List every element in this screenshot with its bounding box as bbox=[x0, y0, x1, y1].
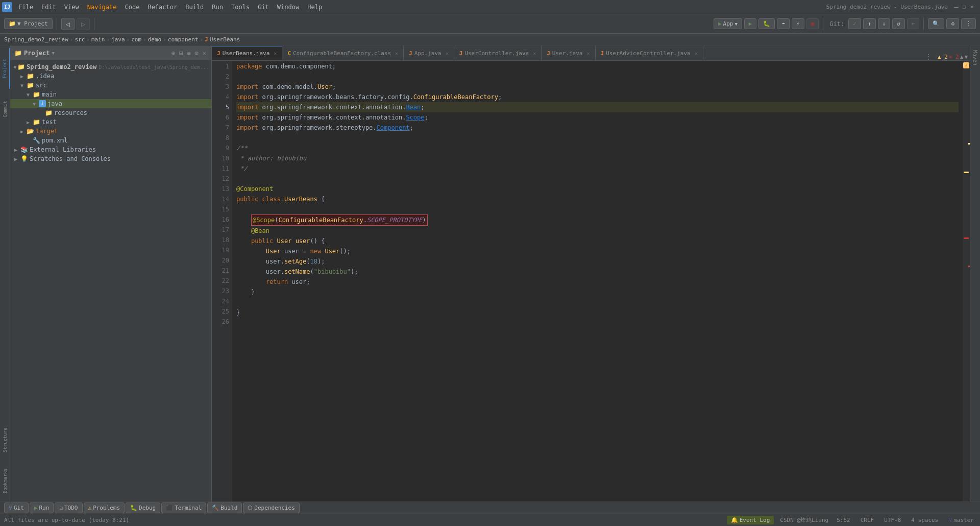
tree-item-resources[interactable]: 📁 resources bbox=[10, 108, 211, 117]
tab-userbeans[interactable]: J UserBeans.java ✕ bbox=[212, 46, 282, 60]
run-icon: ▶ bbox=[34, 505, 38, 511]
tree-item-pom[interactable]: 🔧 pom.xml bbox=[10, 136, 211, 145]
project-settings-btn[interactable]: ⚙ bbox=[194, 49, 200, 58]
breadcrumb-main[interactable]: main bbox=[91, 36, 105, 43]
status-time[interactable]: 5:52 bbox=[835, 516, 852, 524]
tab-close-userbeans[interactable]: ✕ bbox=[274, 51, 277, 56]
stripe-warning-1 bbox=[964, 172, 969, 173]
minimize-button[interactable]: ─ bbox=[954, 3, 958, 11]
tree-item-scratches[interactable]: ▶ 💡 Scratches and Consoles bbox=[10, 154, 211, 163]
tree-item-test[interactable]: ▶ 📁 test bbox=[10, 117, 211, 127]
menu-navigate[interactable]: Navigate bbox=[83, 3, 121, 12]
toolbar-forward-btn[interactable]: ▷ bbox=[77, 18, 90, 30]
menu-run[interactable]: Run bbox=[208, 3, 227, 12]
status-charset[interactable]: UTF-8 bbox=[882, 516, 903, 524]
project-filter-btn[interactable]: ≡ bbox=[186, 49, 191, 58]
line-num-26: 26 bbox=[215, 317, 229, 327]
target-folder-icon: 📂 bbox=[27, 128, 34, 135]
tab-usercontroller[interactable]: J UserController.java ✕ bbox=[454, 46, 542, 60]
tab-user[interactable]: J User.java ✕ bbox=[542, 46, 595, 60]
more-actions-btn[interactable]: ⋮ bbox=[961, 18, 976, 29]
stop-button[interactable]: ■ bbox=[806, 18, 819, 29]
breadcrumb-root[interactable]: Spring_demo2_review bbox=[4, 36, 68, 43]
menu-file[interactable]: File bbox=[14, 3, 37, 12]
project-panel-toggle[interactable]: Project bbox=[0, 48, 10, 89]
maximize-button[interactable]: ☐ bbox=[963, 3, 966, 11]
collapse-icon[interactable]: ▼ bbox=[964, 54, 968, 60]
menu-edit[interactable]: Edit bbox=[37, 3, 60, 12]
breadcrumb-file[interactable]: J UserBeans bbox=[205, 36, 240, 43]
run-config-selector[interactable]: ▶ App ▼ bbox=[714, 18, 742, 29]
tab-close-app[interactable]: ✕ bbox=[446, 51, 449, 56]
menu-refactor[interactable]: Refactor bbox=[143, 3, 181, 12]
bookmarks-panel-toggle[interactable]: Bookmarks bbox=[0, 461, 10, 501]
status-branch[interactable]: ⑂ master bbox=[946, 516, 976, 524]
tree-arrow-root: ▼ bbox=[13, 64, 17, 70]
git-arrow-up-btn[interactable]: ↑ bbox=[863, 18, 876, 29]
tab-configurablebeanfactory[interactable]: C ConfigurableBeanFactory.class ✕ bbox=[282, 46, 404, 60]
tab-app[interactable]: J App.java ✕ bbox=[404, 46, 454, 60]
tab-label-configurablebeanfactory: ConfigurableBeanFactory.class bbox=[293, 50, 391, 57]
tree-arrow-extlibs: ▶ bbox=[14, 147, 20, 153]
breadcrumb-demo[interactable]: demo bbox=[148, 36, 162, 43]
tree-item-main[interactable]: ▼ 📁 main bbox=[10, 90, 211, 99]
breadcrumb-java[interactable]: java bbox=[111, 36, 125, 43]
close-button[interactable]: ✕ bbox=[970, 3, 974, 11]
bottom-problems-btn[interactable]: ⚠ Problems bbox=[84, 503, 125, 513]
project-hide-btn[interactable]: ✕ bbox=[202, 49, 207, 58]
structure-panel-toggle[interactable]: Structure bbox=[0, 420, 10, 461]
menu-help[interactable]: Help bbox=[303, 3, 326, 12]
bottom-run-btn[interactable]: ▶ Run bbox=[30, 503, 54, 513]
tab-overflow-btn[interactable]: ⋮ bbox=[921, 53, 936, 60]
project-tree: ▼ 📁 Spring_demo2_review D:\Java\code\tes… bbox=[10, 60, 211, 501]
tree-item-root[interactable]: ▼ 📁 Spring_demo2_review D:\Java\code\tes… bbox=[10, 62, 211, 71]
tree-item-target[interactable]: ▶ 📂 target bbox=[10, 127, 211, 136]
menu-git[interactable]: Git bbox=[254, 3, 273, 12]
bottom-debug-btn[interactable]: 🐛 Debug bbox=[126, 503, 160, 513]
toolbar-back-btn[interactable]: ◁ bbox=[61, 18, 75, 30]
tree-item-src[interactable]: ▼ 📁 src bbox=[10, 81, 211, 90]
maven-panel-btn[interactable]: Maven bbox=[970, 46, 980, 69]
breadcrumb-src[interactable]: src bbox=[75, 36, 85, 43]
tab-close-configurablebeanfactory[interactable]: ✕ bbox=[395, 51, 398, 56]
tree-item-java[interactable]: ▼ J java bbox=[10, 99, 211, 108]
tab-close-user[interactable]: ✕ bbox=[586, 51, 590, 56]
bottom-terminal-btn[interactable]: ⬛ Terminal bbox=[161, 503, 206, 513]
menu-view[interactable]: View bbox=[60, 3, 83, 12]
bottom-dependencies-btn[interactable]: ⬡ Dependencies bbox=[243, 503, 299, 513]
bottom-build-btn[interactable]: 🔨 Build bbox=[207, 503, 242, 513]
tab-close-useradvicecontroller[interactable]: ✕ bbox=[695, 51, 698, 56]
git-arrow-down-btn[interactable]: ↓ bbox=[878, 18, 891, 29]
run-button[interactable]: ▶ bbox=[744, 18, 757, 29]
tab-useradvicecontroller[interactable]: J UserAdviceController.java ✕ bbox=[596, 46, 703, 60]
breadcrumb-com[interactable]: com bbox=[131, 36, 141, 43]
event-log-btn[interactable]: 🔔 Event Log bbox=[727, 516, 774, 524]
toolbar-project-btn[interactable]: 📁 ▼ Project bbox=[4, 18, 53, 29]
tree-item-idea[interactable]: ▶ 📁 .idea bbox=[10, 71, 211, 81]
menu-window[interactable]: Window bbox=[273, 3, 303, 12]
git-check-btn[interactable]: ✓ bbox=[848, 18, 861, 29]
search-everywhere-btn[interactable]: 🔍 bbox=[928, 18, 944, 29]
menu-tools[interactable]: Tools bbox=[227, 3, 254, 12]
git-arrow-left-btn[interactable]: ← bbox=[907, 18, 920, 29]
commit-panel-toggle[interactable]: Commit bbox=[0, 89, 10, 130]
tab-java-icon-usercontroller: J bbox=[459, 50, 463, 57]
code-content[interactable]: package com.demo.component; import com.d… bbox=[232, 61, 963, 501]
tab-close-usercontroller[interactable]: ✕ bbox=[533, 51, 536, 56]
breadcrumb-component[interactable]: component bbox=[168, 36, 199, 43]
menu-build[interactable]: Build bbox=[181, 3, 208, 12]
tree-item-extlibs[interactable]: ▶ 📚 External Libraries bbox=[10, 145, 211, 154]
menu-code[interactable]: Code bbox=[121, 3, 144, 12]
debug-button[interactable]: 🐛 bbox=[758, 18, 775, 29]
status-line-ending[interactable]: CRLF bbox=[859, 516, 876, 524]
expand-icon[interactable]: ▲ bbox=[960, 54, 964, 60]
settings-btn[interactable]: ⚙ bbox=[946, 18, 959, 29]
profile-button[interactable]: ⚡ bbox=[792, 18, 804, 29]
bottom-todo-btn[interactable]: ☑ TODO bbox=[55, 503, 82, 513]
status-indent[interactable]: 4 spaces bbox=[909, 516, 940, 524]
bottom-git-btn[interactable]: ⑂ Git bbox=[4, 503, 29, 513]
project-collapse-btn[interactable]: ⊟ bbox=[178, 49, 184, 58]
project-sync-btn[interactable]: ⊕ bbox=[170, 49, 176, 58]
git-revert-btn[interactable]: ↺ bbox=[892, 18, 905, 29]
coverage-button[interactable]: ☂ bbox=[777, 18, 790, 29]
